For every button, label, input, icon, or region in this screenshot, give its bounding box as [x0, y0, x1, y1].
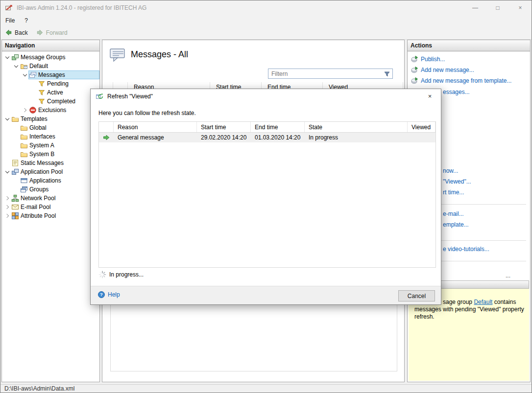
column-reason[interactable]: Reason: [114, 122, 197, 132]
tree-item-network-pool[interactable]: Network Pool: [2, 194, 99, 203]
tree-item-label: Messages: [38, 71, 65, 78]
column-end-time[interactable]: End time: [251, 122, 305, 132]
info-line-2: messages with pending "Viewed" property: [414, 306, 525, 313]
chevron-down-icon[interactable]: [13, 63, 20, 69]
action-add-from-template[interactable]: Add new message from template...: [411, 76, 528, 85]
tree-item-applications[interactable]: Applications: [2, 176, 99, 185]
active-filter-icon: [38, 89, 46, 96]
tree-item-system-b[interactable]: System B: [2, 150, 99, 159]
tree-item-email-pool[interactable]: E-mail Pool: [2, 203, 99, 211]
chevron-spacer: [30, 89, 37, 96]
cell-reason: General message: [114, 134, 197, 141]
page-title: Messages - All: [131, 49, 188, 60]
message-groups-icon: [11, 53, 19, 61]
messages-icon: [29, 71, 37, 79]
help-icon: [97, 291, 105, 299]
refresh-dialog-icon: [96, 92, 103, 100]
tree-item-label: E-mail Pool: [21, 204, 50, 210]
tree-item-exclusions[interactable]: Exclusions: [2, 106, 99, 115]
chevron-right-icon[interactable]: [4, 212, 11, 219]
action-publish[interactable]: Publish...: [411, 55, 528, 64]
back-button[interactable]: Back: [0, 26, 32, 39]
chevron-right-icon[interactable]: [22, 107, 28, 114]
tree-item-label: Applications: [29, 177, 61, 184]
action-label: ...: [506, 272, 510, 279]
help-link[interactable]: Help: [97, 291, 120, 299]
action-label: essages...: [443, 89, 470, 95]
tree-item-label: Attribute Pool: [21, 212, 56, 219]
chevron-right-icon[interactable]: [4, 195, 11, 202]
tree-item-active[interactable]: Active: [2, 88, 99, 97]
global-folder-icon: [20, 124, 28, 132]
tree-item-system-a[interactable]: System A: [2, 141, 99, 150]
column-start-time[interactable]: Start time: [197, 122, 251, 132]
system-b-folder-icon: [20, 150, 28, 158]
menu-bar: File ?: [0, 15, 532, 26]
data-file-path: D:\IBI-aws\Admin\Data.xml: [4, 385, 74, 392]
chevron-spacer: [4, 160, 11, 166]
tree-item-completed[interactable]: Completed: [2, 97, 99, 106]
dialog-footer: Help Cancel: [91, 286, 441, 304]
status-text: In progress...: [109, 271, 144, 278]
interfaces-folder-icon: [20, 133, 28, 140]
chevron-right-icon[interactable]: [4, 204, 11, 210]
forward-label: Forward: [46, 29, 68, 36]
application-pool-icon: [11, 168, 19, 176]
tree-item-label: Exclusions: [38, 107, 66, 114]
chevron-spacer: [13, 177, 20, 184]
menu-help[interactable]: ?: [20, 15, 33, 26]
action-fragment-ellipsis[interactable]: ...: [506, 271, 528, 280]
tree-item-interfaces[interactable]: Interfaces: [2, 132, 99, 141]
tree-item-label: Pending: [47, 80, 69, 87]
column-state-icon[interactable]: [99, 122, 114, 132]
publish-icon: [411, 55, 418, 63]
default-link[interactable]: Default: [474, 299, 492, 305]
column-state[interactable]: State: [305, 122, 408, 132]
tree-item-default[interactable]: Default: [2, 62, 99, 70]
help-label: Help: [108, 291, 120, 298]
tree-item-label: Global: [29, 124, 47, 131]
cell-state: In progress: [305, 134, 408, 141]
table-row[interactable]: General message 29.02.2020 14:20 01.03.2…: [99, 133, 435, 142]
actions-header: Actions: [408, 40, 530, 51]
dialog-status: In progress...: [98, 271, 144, 278]
close-button[interactable]: ×: [509, 0, 532, 15]
forward-button[interactable]: Forward: [32, 26, 72, 39]
maximize-button[interactable]: □: [486, 0, 509, 15]
filter-input[interactable]: [268, 70, 383, 77]
dialog-close-button[interactable]: ×: [419, 89, 441, 104]
tree-item-messages[interactable]: Messages: [2, 70, 99, 79]
cancel-button[interactable]: Cancel: [398, 290, 435, 301]
tree-item-groups[interactable]: Groups: [2, 185, 99, 194]
action-add-new-message[interactable]: Add new message...: [411, 66, 528, 74]
tree-item-label: Templates: [21, 116, 48, 122]
tree-item-message-groups[interactable]: Message Groups: [2, 53, 99, 62]
chevron-down-icon[interactable]: [4, 168, 11, 175]
tree-item-global[interactable]: Global: [2, 123, 99, 132]
system-a-folder-icon: [20, 141, 28, 149]
title-bar: IBI-aws Admin 1.24.0 - registered for IB…: [0, 0, 532, 15]
static-messages-icon: [11, 159, 19, 167]
filter-funnel-icon[interactable]: [383, 70, 391, 78]
default-group-icon: [20, 62, 28, 70]
menu-file[interactable]: File: [0, 15, 20, 26]
action-label: e video-tutorials...: [443, 246, 489, 253]
column-viewed[interactable]: Viewed: [408, 122, 435, 132]
tree-item-attribute-pool[interactable]: Attribute Pool: [2, 211, 99, 220]
refresh-viewed-dialog: Refresh "Viewed" × Here you can follow t…: [90, 89, 441, 305]
tree-item-static-messages[interactable]: Static Messages: [2, 159, 99, 167]
spinner-icon: [98, 271, 106, 278]
attribute-pool-icon: [11, 212, 19, 220]
minimize-button[interactable]: —: [464, 0, 486, 15]
tree-item-label: Active: [47, 89, 63, 96]
action-label: now...: [443, 167, 458, 174]
toolbar: Back Forward: [0, 26, 532, 40]
tree-item-templates[interactable]: Templates: [2, 115, 99, 123]
tree-item-application-pool[interactable]: Application Pool: [2, 167, 99, 176]
chevron-down-icon[interactable]: [4, 116, 11, 122]
completed-filter-icon: [38, 97, 46, 105]
chevron-down-icon[interactable]: [22, 71, 28, 78]
tree-item-label: Application Pool: [21, 168, 63, 175]
tree-item-pending[interactable]: Pending: [2, 79, 99, 88]
chevron-down-icon[interactable]: [4, 54, 11, 61]
